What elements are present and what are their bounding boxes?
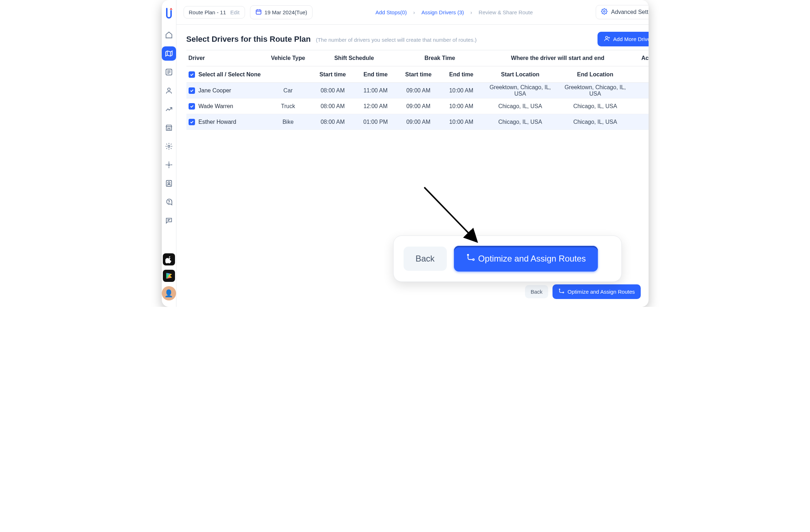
start-location: Greektown, Chicago, IL, USA bbox=[483, 84, 558, 97]
svg-line-14 bbox=[424, 187, 476, 241]
th-shift-end: End time bbox=[354, 71, 397, 78]
topbar: Route Plan - 11 Edit 19 Mar 2024(Tue) Ad… bbox=[176, 0, 649, 25]
th-break-end: End time bbox=[440, 71, 483, 78]
svg-point-5 bbox=[168, 182, 170, 184]
edit-row-button[interactable] bbox=[633, 118, 649, 126]
th-vehicle: Vehicle Type bbox=[265, 55, 311, 61]
svg-point-13 bbox=[472, 259, 474, 260]
route-icon bbox=[558, 288, 565, 295]
add-more-drivers-label: Add More Drivers bbox=[613, 36, 649, 42]
th-end-location: End Location bbox=[558, 71, 633, 78]
breadcrumbs: Add Stops(0) › Assign Drivers (3) › Revi… bbox=[318, 9, 591, 15]
add-user-icon bbox=[604, 35, 610, 43]
th-locations: Where the driver will start and end bbox=[483, 55, 633, 61]
google-play-link[interactable] bbox=[163, 270, 175, 282]
svg-point-12 bbox=[468, 254, 469, 255]
page-title: Select Drivers for this Route Plan bbox=[186, 35, 311, 44]
end-location: Chicago, IL, USA bbox=[558, 119, 633, 125]
svg-point-8 bbox=[604, 11, 605, 12]
row-checkbox[interactable] bbox=[189, 87, 195, 94]
shift-end: 01:00 PM bbox=[354, 119, 397, 125]
svg-point-10 bbox=[559, 289, 560, 290]
svg-point-6 bbox=[169, 203, 169, 203]
app-window: 👤 Route Plan - 11 Edit 19 Mar 2024(Tue) … bbox=[162, 0, 649, 307]
callout-optimize-button[interactable]: Optimize and Assign Routes bbox=[454, 246, 598, 272]
advanced-settings-label: Advanced Settings bbox=[611, 9, 648, 15]
row-checkbox[interactable] bbox=[189, 103, 195, 110]
th-start-location: Start Location bbox=[483, 71, 558, 78]
drivers-table: Driver Vehicle Type Shift Schedule Break… bbox=[176, 50, 649, 130]
break-end: 10:00 AM bbox=[440, 119, 483, 125]
row-checkbox[interactable] bbox=[189, 119, 195, 125]
chevron-right-icon: › bbox=[470, 9, 472, 15]
date-text: 19 Mar 2024(Tue) bbox=[265, 9, 308, 15]
bc-assign-drivers[interactable]: Assign Drivers (3) bbox=[421, 9, 464, 15]
th-shift: Shift Schedule bbox=[311, 55, 397, 61]
chevron-right-icon: › bbox=[413, 9, 415, 15]
apple-appstore-link[interactable] bbox=[163, 253, 175, 265]
th-break-start: Start time bbox=[397, 71, 440, 78]
driver-name: Jane Cooper bbox=[199, 87, 231, 94]
nav-store-icon[interactable] bbox=[162, 121, 176, 135]
route-plan-chip[interactable]: Route Plan - 11 Edit bbox=[184, 6, 245, 19]
table-header-row: Driver Vehicle Type Shift Schedule Break… bbox=[186, 50, 649, 66]
bc-review-share: Review & Share Route bbox=[479, 9, 533, 15]
th-action: Action bbox=[633, 55, 649, 61]
table-subheader-row: Select all / Select None Start time End … bbox=[186, 66, 649, 83]
vehicle-type: Bike bbox=[265, 119, 311, 125]
add-more-drivers-button[interactable]: Add More Drivers bbox=[598, 32, 649, 46]
table-row: Esther Howard Bike 08:00 AM 01:00 PM 09:… bbox=[186, 114, 649, 130]
nav-help-icon[interactable] bbox=[162, 195, 176, 209]
nav-messages-icon[interactable] bbox=[162, 213, 176, 228]
callout-back-button[interactable]: Back bbox=[404, 247, 447, 271]
nav-user-icon[interactable] bbox=[162, 83, 176, 98]
start-location: Chicago, IL, USA bbox=[483, 103, 558, 110]
date-picker-chip[interactable]: 19 Mar 2024(Tue) bbox=[250, 5, 313, 19]
callout-overlay: Back Optimize and Assign Routes bbox=[393, 235, 622, 282]
driver-name: Wade Warren bbox=[199, 103, 234, 110]
start-location: Chicago, IL, USA bbox=[483, 119, 558, 125]
vehicle-type: Car bbox=[265, 87, 311, 94]
shift-start: 08:00 AM bbox=[311, 119, 354, 125]
back-label: Back bbox=[531, 289, 542, 295]
profile-avatar[interactable]: 👤 bbox=[162, 286, 176, 300]
bc-add-stops[interactable]: Add Stops(0) bbox=[375, 9, 407, 15]
svg-point-9 bbox=[605, 36, 608, 39]
route-plan-title: Route Plan - 11 bbox=[189, 9, 226, 15]
nav-locate-icon[interactable] bbox=[162, 158, 176, 172]
th-driver: Driver bbox=[186, 55, 265, 61]
end-location: Greektown, Chicago, IL, USA bbox=[558, 84, 633, 97]
nav-contacts-icon[interactable] bbox=[162, 176, 176, 191]
svg-point-1 bbox=[168, 88, 170, 91]
svg-point-2 bbox=[168, 145, 170, 147]
table-row: Wade Warren Truck 08:00 AM 12:00 AM 09:0… bbox=[186, 98, 649, 114]
back-label: Back bbox=[416, 254, 435, 264]
route-icon bbox=[466, 253, 475, 264]
break-end: 10:00 AM bbox=[440, 87, 483, 94]
shift-start: 08:00 AM bbox=[311, 87, 354, 94]
svg-point-3 bbox=[168, 164, 170, 166]
th-break: Break Time bbox=[397, 55, 483, 61]
select-all-label: Select all / Select None bbox=[199, 71, 261, 78]
optimize-button-footer[interactable]: Optimize and Assign Routes bbox=[552, 284, 640, 299]
edit-row-button[interactable] bbox=[633, 102, 649, 110]
nav-home-icon[interactable] bbox=[162, 28, 176, 42]
advanced-settings-button[interactable]: Advanced Settings bbox=[596, 5, 648, 19]
app-logo bbox=[163, 6, 175, 21]
gear-icon bbox=[601, 8, 608, 16]
th-shift-start: Start time bbox=[311, 71, 354, 78]
sidebar: 👤 bbox=[162, 0, 176, 307]
end-location: Chicago, IL, USA bbox=[558, 103, 633, 110]
back-button-footer[interactable]: Back bbox=[525, 285, 548, 298]
driver-name: Esther Howard bbox=[199, 119, 236, 125]
select-all-checkbox[interactable] bbox=[189, 71, 195, 78]
optimize-label: Optimize and Assign Routes bbox=[568, 289, 635, 295]
nav-analytics-icon[interactable] bbox=[162, 102, 176, 116]
edit-row-button[interactable] bbox=[633, 87, 649, 95]
nav-settings-icon[interactable] bbox=[162, 139, 176, 153]
main-area: Route Plan - 11 Edit 19 Mar 2024(Tue) Ad… bbox=[176, 0, 649, 307]
edit-plan-label[interactable]: Edit bbox=[230, 9, 240, 15]
nav-routes-icon[interactable] bbox=[162, 46, 176, 61]
break-start: 09:00 AM bbox=[397, 119, 440, 125]
nav-list-icon[interactable] bbox=[162, 65, 176, 79]
